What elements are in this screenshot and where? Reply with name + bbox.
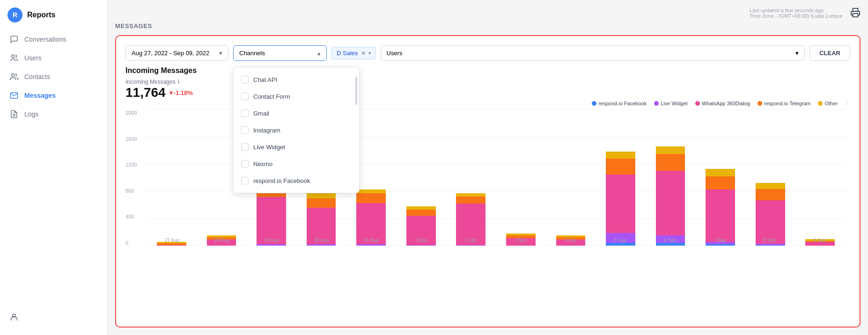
instagram-label: Instagram xyxy=(253,127,280,134)
x-label: 27 Aug xyxy=(147,238,197,243)
dropdown-item-chat-api[interactable]: Chat API xyxy=(234,71,359,88)
x-label: 2 Sep xyxy=(446,238,496,243)
x-label: 31 Aug xyxy=(346,238,396,243)
x-label: 4 Sep xyxy=(545,238,595,243)
bar-segment-other xyxy=(307,193,336,198)
bar-segment-other xyxy=(656,146,685,154)
main-content: Last updated a few seconds ago Time Zone… xyxy=(108,0,868,335)
bar-segment-tg xyxy=(706,176,735,190)
page-title: MESSAGES xyxy=(115,22,861,29)
logs-icon xyxy=(9,109,19,119)
x-label: 28 Aug xyxy=(197,238,246,243)
date-range-value: Aug 27, 2022 - Sep 09, 2022 xyxy=(132,50,209,57)
users-filter[interactable]: Users ▾ xyxy=(381,45,805,61)
nexmo-label: Nexmo xyxy=(253,160,272,168)
bar-segment-tg xyxy=(606,159,635,175)
channels-chevron-icon: ▴ xyxy=(317,50,321,57)
bar-segment-tg xyxy=(656,154,685,171)
dropdown-item-contact-form[interactable]: Contact Form xyxy=(234,88,359,105)
sidebar-item-logs[interactable]: Logs xyxy=(0,105,107,124)
legend-item-wa: WhatsApp 360Dialog xyxy=(695,101,750,106)
y-label: 2000 xyxy=(125,110,142,116)
profile-icon xyxy=(9,313,19,322)
legend-item-other: Other xyxy=(818,101,838,106)
sidebar-item-conversations[interactable]: Conversations xyxy=(0,30,107,49)
users-chevron-icon: ▾ xyxy=(795,50,799,57)
legend-item-lw: Live Widget xyxy=(654,101,687,106)
bar-stack xyxy=(656,146,685,246)
tag-badge-dsales: D Sales ✕ ▾ xyxy=(331,47,376,59)
bar-stack xyxy=(606,152,635,246)
bar-group xyxy=(596,152,645,246)
bar-segment-tg xyxy=(756,189,785,200)
dropdown-item-nexmo[interactable]: Nexmo xyxy=(234,155,359,172)
sidebar-item-logs-label: Logs xyxy=(24,110,38,118)
channels-filter[interactable]: Channels ▴ xyxy=(233,45,327,61)
dropdown-item-gmail[interactable]: Gmail xyxy=(234,105,359,122)
info-icon: ℹ xyxy=(177,79,180,85)
sidebar-header: R Reports xyxy=(0,7,107,30)
y-axis: 0400800120016002000 xyxy=(125,110,142,246)
dropdown-item-respond-facebook[interactable]: respond.io Facebook xyxy=(234,172,359,189)
y-label: 1200 xyxy=(125,162,142,168)
sidebar-item-contacts[interactable]: Contacts xyxy=(0,67,107,86)
nexmo-checkbox[interactable] xyxy=(241,160,249,168)
tag-chevron-icon[interactable]: ▾ xyxy=(368,51,371,56)
channels-dropdown: Chat API Contact Form Gmail Instagram xyxy=(233,67,360,193)
tag-remove-button[interactable]: ✕ xyxy=(361,50,366,57)
contact-form-checkbox[interactable] xyxy=(241,93,249,100)
respond-facebook-label: respond.io Facebook xyxy=(253,177,310,184)
x-label: 1 Sep xyxy=(396,238,446,243)
sidebar-title: Reports xyxy=(27,11,55,19)
legend-item-fb: respond.io Facebook xyxy=(592,101,647,106)
channels-filter-wrapper: Channels ▴ Chat API Contact Form xyxy=(233,45,327,61)
live-widget-checkbox[interactable] xyxy=(241,143,249,151)
svg-point-0 xyxy=(12,55,15,58)
top-bar: Last updated a few seconds ago Time Zone… xyxy=(115,7,861,19)
filter-bar: Aug 27, 2022 - Sep 09, 2022 ▾ Channels ▴… xyxy=(125,45,850,61)
down-arrow-icon: ▾ xyxy=(169,89,173,96)
bar-segment-other xyxy=(706,169,735,176)
legend-dot-other xyxy=(818,101,823,106)
x-label: 7 Sep xyxy=(695,238,745,243)
sidebar-item-users[interactable]: Users xyxy=(0,49,107,67)
y-label: 800 xyxy=(125,188,142,194)
y-label: 1600 xyxy=(125,136,142,142)
legend-dot-fb xyxy=(592,101,596,106)
bar-segment-wa xyxy=(606,175,635,233)
messages-icon xyxy=(9,91,19,100)
gmail-checkbox[interactable] xyxy=(241,109,249,117)
sidebar-item-messages[interactable]: Messages xyxy=(0,86,107,105)
tag-label: D Sales xyxy=(337,50,358,57)
dropdown-item-live-widget[interactable]: Live Widget xyxy=(234,138,359,155)
print-icon[interactable] xyxy=(850,7,861,19)
instagram-checkbox[interactable] xyxy=(241,126,249,134)
bar-segment-tg xyxy=(406,210,436,216)
sidebar-item-profile[interactable] xyxy=(9,313,98,322)
gmail-label: Gmail xyxy=(253,110,269,117)
contacts-icon xyxy=(9,72,19,81)
bar-segment-tg xyxy=(456,197,485,204)
respond-facebook-checkbox[interactable] xyxy=(241,177,249,184)
clear-button[interactable]: CLEAR xyxy=(809,45,850,61)
legend-dot-lw xyxy=(654,101,659,106)
sidebar-item-messages-label: Messages xyxy=(24,92,56,99)
y-label: 400 xyxy=(125,214,142,219)
date-range-filter[interactable]: Aug 27, 2022 - Sep 09, 2022 ▾ xyxy=(125,45,228,61)
x-label: 29 Aug xyxy=(247,238,296,243)
svg-point-1 xyxy=(12,73,15,76)
legend-dot-wa xyxy=(695,101,700,106)
dropdown-item-instagram[interactable]: Instagram xyxy=(234,122,359,138)
chat-api-label: Chat API xyxy=(253,76,277,83)
contact-form-label: Contact Form xyxy=(253,93,290,100)
bar-segment-other xyxy=(406,206,436,210)
legend-dot-tg xyxy=(758,101,762,106)
conversations-icon xyxy=(9,35,19,44)
x-label: 3 Sep xyxy=(496,238,545,243)
date-range-chevron-icon: ▾ xyxy=(219,50,222,57)
chat-api-checkbox[interactable] xyxy=(241,76,249,83)
bar-segment-tg xyxy=(307,198,336,208)
avatar: R xyxy=(7,7,22,22)
more-icon[interactable]: ⋮ xyxy=(845,100,850,106)
bar-segment-other xyxy=(606,152,635,159)
